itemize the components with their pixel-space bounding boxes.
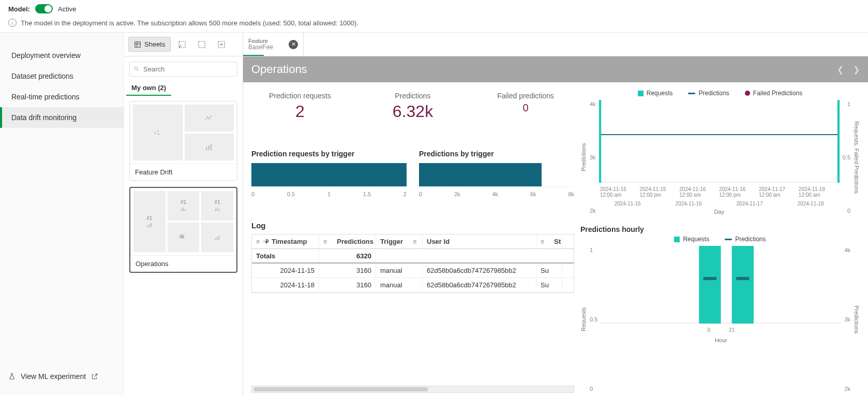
sheets-panel: Sheets My own (2) [124,33,243,395]
y-right-label: Requests, Failed Predictions [854,100,860,215]
svg-rect-32 [736,277,749,280]
x-axis-label: Day [599,209,840,215]
y-left-label: Predictions [580,100,587,215]
prev-sheet-arrow[interactable]: ❮ [837,65,844,75]
chart-hourly[interactable]: Predictions hourly Requests Predictions … [580,221,860,393]
feature-tab-bar: Feature BaseFee ✕ [243,33,868,56]
kpi-label: Failed predictions [497,92,554,100]
x-axis-ticks: 02k4k6k8k [419,191,574,197]
thumb-kpi-icon: #1 [133,191,166,252]
view-ml-experiment-label: View ML experiment [21,372,86,381]
svg-rect-30 [732,246,754,324]
y-left-label: Requests [580,246,587,393]
table-row[interactable]: 2024-11-15 3160 manual 62d58b0a6cdb74726… [252,264,574,278]
info-icon: i [8,19,17,27]
thumb-kpi-icon: #1 [201,191,233,221]
log-title: Log [251,221,574,230]
svg-rect-19 [149,224,150,227]
sheet-card-operations[interactable]: #1 #1 #1 Operations [129,187,237,273]
svg-point-8 [158,134,159,135]
left-nav: Deployment overview Dataset predictions … [0,33,124,395]
kpi-failed-predictions: Failed predictions 0 [477,92,574,139]
sheet-card-label: Operations [130,255,236,272]
column-menu-icon[interactable]: ≡ [256,238,260,245]
feature-tab[interactable]: Feature BaseFee ✕ [243,33,304,56]
trigger-charts-row: Prediction requests by trigger 00.511.52… [251,150,574,215]
svg-rect-22 [217,237,218,240]
model-label: Model: [8,5,30,13]
model-toggle[interactable] [35,4,53,13]
content-area: Feature BaseFee ✕ Operations ❮ ❯ Predict… [243,33,868,395]
log-table[interactable]: ≡ ↑₽ Timestamp ≡ Predictions Trigger ≡ U… [251,234,574,293]
sheet-thumb: #1 #1 #1 [130,188,236,255]
svg-point-7 [157,130,158,132]
column-menu-icon[interactable]: ≡ [541,238,544,245]
svg-rect-13 [183,208,184,211]
table-header: ≡ ↑₽ Timestamp ≡ Predictions Trigger ≡ U… [252,235,574,249]
column-menu-icon[interactable]: ≡ [413,238,416,245]
col-predictions[interactable]: Predictions [337,238,373,245]
nav-deployment-overview[interactable]: Deployment overview [0,45,124,66]
svg-rect-21 [215,238,216,240]
smart-select-icon[interactable] [213,36,230,53]
dashboard: Prediction requests 2 Predictions 6.32k … [243,82,868,395]
svg-rect-14 [185,209,186,211]
x-axis-ticks: 021 [601,325,841,335]
kpi-prediction-requests: Prediction requests 2 [251,92,349,139]
svg-rect-11 [211,144,212,150]
nav-dataset-predictions[interactable]: Dataset predictions [0,66,124,86]
svg-rect-23 [218,236,219,240]
chart-title: Predictions hourly [580,225,860,233]
x-axis-ticks: 00.511.52 [251,191,407,197]
svg-rect-27 [837,100,839,183]
column-menu-icon[interactable]: ≡ [323,238,327,245]
next-sheet-arrow[interactable]: ❯ [853,65,860,75]
nav-data-drift-monitoring[interactable]: Data drift monitoring [0,107,124,128]
close-icon[interactable]: ✕ [289,40,298,49]
x-axis-ticks: 2024-11-15 12:00 am2024-11-15 12:00 pm20… [599,184,840,200]
chart-legend: Requests Predictions Failed Predictions [580,90,860,97]
sheet-thumb [130,101,237,164]
svg-rect-20 [151,223,152,227]
col-timestamp[interactable]: Timestamp [272,238,307,245]
chart-prediction-requests-by-trigger[interactable]: Prediction requests by trigger 00.511.52 [251,150,407,215]
tab-my-own[interactable]: My own (2) [126,80,171,96]
sheets-button-label: Sheets [144,40,165,48]
svg-point-6 [155,133,156,134]
top-status-bar: Model: Active i The model in the deploym… [0,0,868,29]
svg-rect-12 [181,209,182,211]
sheet-card-label: Feature Drift [130,164,237,180]
chart-daily[interactable]: Requests Predictions Failed Predictions … [580,90,860,215]
kpi-row: Prediction requests 2 Predictions 6.32k … [251,90,574,143]
svg-rect-2 [199,41,205,48]
thumb-line-icon [185,105,234,131]
table-row[interactable]: 2024-11-18 3160 manual 62d58b0a6cdb74726… [252,278,574,292]
chart-predictions-by-trigger[interactable]: Predictions by trigger 02k4k6k8k [419,150,574,215]
sheets-button[interactable]: Sheets [128,37,171,52]
kpi-predictions: Predictions 6.32k [364,92,461,139]
page-title: Operations [251,63,307,76]
svg-point-4 [221,43,222,45]
search-input[interactable] [129,62,237,77]
view-ml-experiment-link[interactable]: View ML experiment [0,363,124,395]
col-user-id[interactable]: User Id [427,238,450,245]
svg-point-5 [134,67,138,70]
svg-rect-31 [704,277,716,280]
thumb-bar-icon [201,223,233,252]
svg-rect-0 [135,41,141,47]
chart-legend: Requests Predictions [580,236,860,243]
feature-tab-sub: BaseFee [248,44,273,51]
chart-title: Prediction requests by trigger [251,150,407,158]
sheet-card-feature-drift[interactable]: Feature Drift [129,101,237,181]
lasso-select-icon[interactable] [174,36,190,53]
nav-real-time-predictions[interactable]: Real-time predictions [0,86,124,107]
svg-rect-15 [215,209,216,211]
sheets-toolbar: Sheets [124,33,243,56]
svg-rect-3 [218,41,225,48]
model-status: Active [58,5,76,13]
clear-selection-icon[interactable] [193,36,210,53]
svg-rect-17 [219,209,220,211]
col-trigger[interactable]: Trigger [380,238,403,245]
horizontal-scrollbar[interactable] [251,386,574,393]
col-status[interactable]: St [554,238,561,245]
